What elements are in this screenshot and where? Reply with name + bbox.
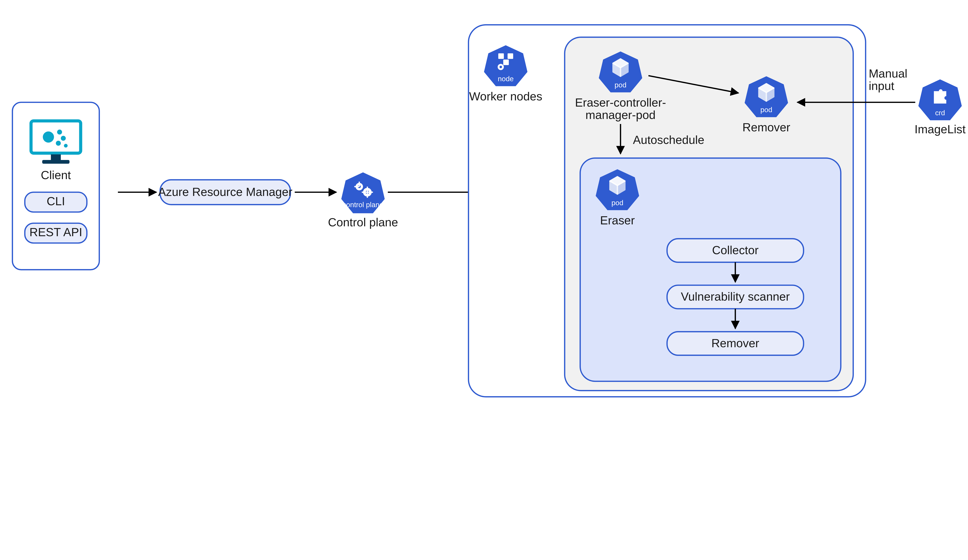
collector-label: Collector: [712, 244, 759, 257]
manual-input-l2: input: [869, 79, 894, 93]
worker-nodes-icon-caption: node: [498, 75, 514, 83]
client-group: Client CLI REST API: [12, 102, 99, 270]
imagelist-label: ImageList: [915, 123, 966, 136]
imagelist-crd-icon: crd: [918, 79, 962, 120]
autoschedule-label: Autoschedule: [633, 133, 704, 147]
remover-pod-icon-caption: pod: [761, 106, 772, 114]
control-plane-icon: control plane: [341, 172, 385, 213]
remover-label: Remover: [711, 337, 759, 350]
control-plane-icon-caption: control plane: [343, 201, 383, 209]
cli-label: CLI: [46, 195, 65, 208]
client-label: Client: [41, 168, 71, 182]
scanner-label: Vulnerability scanner: [681, 290, 790, 303]
rest-api-label: REST API: [30, 226, 82, 239]
eraser-pod-label: Eraser: [600, 214, 635, 227]
imagelist-crd-icon-caption: crd: [935, 109, 945, 117]
arm-label: Azure Resource Manager: [158, 185, 293, 198]
worker-nodes-label: Worker nodes: [469, 90, 542, 103]
eraser-controller-pod-icon-caption: pod: [615, 81, 626, 89]
client-monitor-icon: [31, 121, 81, 164]
eraser-controller-label-l1: Eraser-controller-: [575, 96, 666, 109]
eraser-controller-label-l2: manager-pod: [585, 108, 656, 121]
manual-input-l1: Manual: [869, 67, 907, 80]
control-plane-label: Control plane: [328, 216, 398, 229]
eraser-pod-icon-caption: pod: [612, 199, 623, 207]
remover-pod-label: Remover: [743, 121, 790, 134]
